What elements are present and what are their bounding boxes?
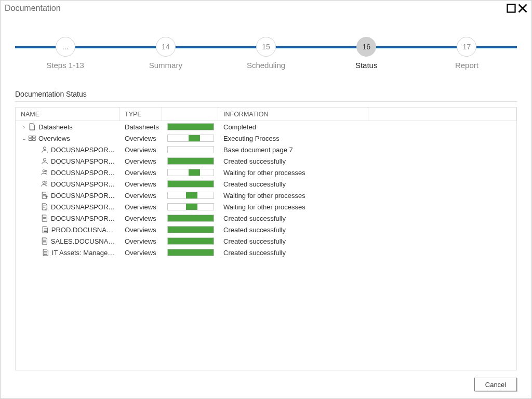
header-information[interactable]: INFORMATION	[218, 108, 368, 121]
user-icon	[41, 157, 49, 165]
table-row[interactable]: DOCUSNAPSPORTS...OverviewsCreated succes…	[16, 212, 516, 224]
row-info: Executing Process	[218, 132, 516, 144]
row-name: PROD.DOCUSNAPS...	[51, 226, 115, 234]
row-info: Created successfully	[218, 178, 516, 190]
progress-bar	[167, 146, 214, 153]
row-info: Waiting for other processes	[218, 190, 516, 201]
users-icon	[41, 168, 49, 177]
progress-bar	[167, 135, 214, 142]
svg-rect-0	[508, 5, 515, 12]
row-name: DOCUSNAPSPORTS...	[51, 146, 115, 154]
row-name: Overviews	[38, 135, 70, 142]
chevron-down-icon[interactable]: ⌄	[21, 135, 27, 142]
table-body: ›DatasheetsDatasheetsCompleted⌄Overviews…	[16, 121, 516, 258]
stepper-label: Steps 1-13	[24, 61, 107, 70]
sheet-icon	[42, 248, 50, 257]
row-type: Overviews	[119, 247, 162, 258]
sheet-icon	[41, 237, 49, 245]
row-info: Created successfully	[218, 212, 516, 224]
row-type: Overviews	[119, 235, 162, 247]
chevron-right-icon[interactable]: ›	[21, 124, 27, 130]
table-row[interactable]: DOCUSNAPSPORTS...OverviewsCreated succes…	[16, 178, 516, 190]
table-row[interactable]: DOCUSNAPSPORTS...OverviewsWaiting for ot…	[16, 190, 516, 201]
row-name: IT Assets: Managem...	[52, 249, 115, 257]
row-name: DOCUSNAPSPORTS...	[51, 157, 115, 165]
header-progress[interactable]	[162, 108, 218, 121]
table-row[interactable]: PROD.DOCUSNAPS...OverviewsCreated succes…	[16, 224, 516, 235]
stepper-node[interactable]: 14	[156, 37, 176, 57]
dialog-footer: Cancel	[1, 370, 531, 398]
row-info: Created successfully	[218, 224, 516, 235]
row-type: Overviews	[119, 201, 162, 212]
cancel-button[interactable]: Cancel	[474, 378, 517, 391]
stepper-label: Status	[325, 61, 408, 70]
progress-bar	[167, 180, 214, 188]
table-header: NAME TYPE INFORMATION	[16, 108, 516, 121]
stepper-label: Scheduling	[224, 61, 308, 70]
sheet-icon	[41, 225, 49, 234]
table-row[interactable]: IT Assets: Managem...OverviewsCreated su…	[16, 247, 516, 258]
section-title: Documentation Status	[15, 90, 517, 98]
progress-bar	[167, 157, 214, 165]
progress-bar	[167, 226, 214, 233]
progress-bar	[167, 237, 214, 245]
header-name[interactable]: NAME	[16, 108, 119, 121]
progress-bar	[167, 192, 214, 199]
row-type: Overviews	[119, 190, 162, 201]
header-type[interactable]: TYPE	[119, 108, 162, 121]
progress-bar	[167, 169, 214, 176]
row-info: Waiting for other processes	[218, 201, 516, 212]
dialog-window: Documentation ...Steps 1-1314Summary15Sc…	[0, 0, 532, 399]
row-name: DOCUSNAPSPORTS...	[51, 203, 115, 211]
progress-bar	[167, 123, 214, 130]
row-type: Datasheets	[119, 121, 162, 132]
row-name: DOCUSNAPSPORTS...	[51, 180, 115, 188]
row-info: Created successfully	[218, 155, 516, 167]
row-info: Completed	[218, 121, 516, 132]
header-spacer	[368, 108, 516, 121]
row-type: Overviews	[119, 155, 162, 167]
row-info: Base document page 7	[218, 144, 516, 155]
row-name: Datasheets	[38, 123, 73, 131]
table-row[interactable]: DOCUSNAPSPORTS...OverviewsWaiting for ot…	[16, 167, 516, 178]
divider	[15, 101, 517, 102]
users-icon	[41, 180, 49, 188]
row-type: Overviews	[119, 132, 162, 144]
close-icon[interactable]	[518, 4, 527, 13]
row-type: Overviews	[119, 167, 162, 178]
table-row[interactable]: DOCUSNAPSPORTS...OverviewsCreated succes…	[16, 155, 516, 167]
page-icon	[28, 123, 36, 131]
titlebar: Documentation	[1, 1, 531, 16]
stepper-label: Summary	[124, 61, 207, 70]
table-row[interactable]: ›DatasheetsDatasheetsCompleted	[16, 121, 516, 132]
sheet-icon	[41, 214, 49, 222]
user-icon	[41, 145, 49, 154]
sheetpen-icon	[41, 203, 49, 211]
wizard-stepper: ...Steps 1-1314Summary15Scheduling16Stat…	[15, 31, 517, 88]
maximize-icon[interactable]	[507, 4, 516, 13]
row-info: Created successfully	[218, 235, 516, 247]
row-type: Overviews	[119, 144, 162, 155]
row-name: DOCUSNAPSPORTS...	[51, 215, 115, 222]
stepper-node[interactable]: 16	[356, 37, 376, 57]
progress-bar	[167, 215, 214, 222]
row-info: Waiting for other processes	[218, 167, 516, 178]
table-row[interactable]: DOCUSNAPSPORTS...OverviewsBase document …	[16, 144, 516, 155]
sheetplus-icon	[41, 191, 49, 200]
row-name: SALES.DOCUSNAPS...	[51, 237, 115, 245]
stepper-node[interactable]: 17	[457, 37, 476, 57]
stepper-node[interactable]: 15	[256, 37, 276, 57]
table-row[interactable]: DOCUSNAPSPORTS...OverviewsWaiting for ot…	[16, 201, 516, 212]
status-table: NAME TYPE INFORMATION ›DatasheetsDatashe…	[15, 107, 517, 370]
stepper-node[interactable]: ...	[56, 37, 75, 57]
row-name: DOCUSNAPSPORTS...	[51, 169, 115, 177]
overview-icon	[28, 134, 36, 142]
window-title: Documentation	[5, 4, 61, 13]
progress-bar	[167, 203, 214, 210]
row-type: Overviews	[119, 224, 162, 235]
row-name: DOCUSNAPSPORTS...	[51, 192, 115, 200]
row-type: Overviews	[119, 178, 162, 190]
table-row[interactable]: SALES.DOCUSNAPS...OverviewsCreated succe…	[16, 235, 516, 247]
table-row[interactable]: ⌄OverviewsOverviewsExecuting Process	[16, 132, 516, 144]
progress-bar	[167, 249, 214, 256]
